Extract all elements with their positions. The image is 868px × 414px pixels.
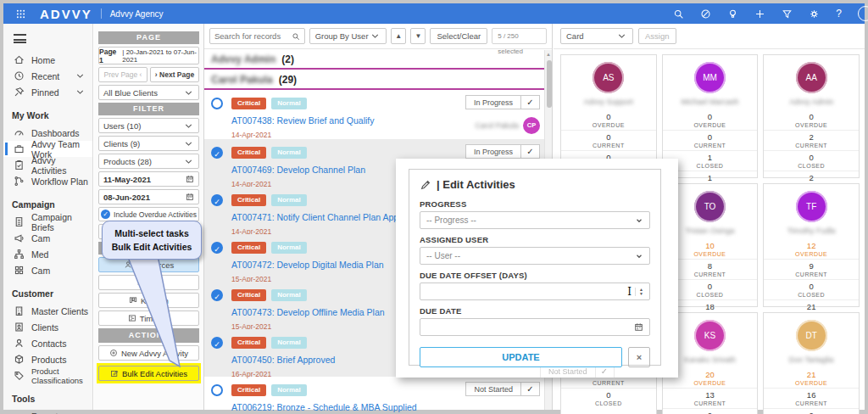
tags-icon [14,370,25,381]
type-badge-normal: Normal [271,147,307,159]
clipboard-icon [14,159,25,171]
sidebar-item-advvy-activities[interactable]: Advvy Activities [3,157,92,173]
task-checkbox-checked[interactable]: ✓ [211,194,223,206]
complete-check-button[interactable]: ✓ [521,95,540,109]
user-card[interactable]: AA Advvy Admin 0OVERDUE 2CURRENT 0CLOSED… [763,54,860,178]
task-checkbox-checked[interactable]: ✓ [211,289,223,301]
assigned-user-select[interactable]: -- User -- [420,247,650,265]
calendar-icon [186,193,194,201]
status-button[interactable]: Not Started [465,382,521,396]
sidebar-item-product-classifications[interactable]: Product Classifications [3,367,92,383]
assigned-user-label: ASSIGNED USER [420,235,650,244]
task-checkbox-checked[interactable]: ✓ [211,242,223,254]
prev-page-button[interactable]: Prev Page ‹ [98,67,147,82]
complete-check-button[interactable]: ✓ [521,382,540,396]
group-header[interactable]: Carol Pakula (29) [204,70,552,90]
speed-dial-icon[interactable] [700,8,711,20]
sidebar-item-reports[interactable]: Reports [3,408,92,414]
task-row[interactable]: Critical Normal AT007438: Review Brief a… [204,90,552,139]
filter-icon[interactable] [782,8,793,20]
next-page-button[interactable]: › Next Page [150,67,199,82]
status-button[interactable]: In Progress [465,144,521,159]
scrollbar-thumb[interactable] [547,60,552,108]
type-badge-normal: Normal [271,289,307,301]
sidebar-item-campaign-briefs[interactable]: Campaign Briefs [3,214,92,230]
task-toolbar: Group By User ▲ ▼ Select/Clear 5 / 250 s… [204,24,552,49]
update-button[interactable]: UPDATE [420,347,622,367]
add-icon[interactable] [754,8,765,20]
task-checkbox[interactable] [211,384,223,396]
sidebar-item-media[interactable]: Med [3,246,92,262]
search-icon[interactable] [292,32,300,41]
sidebar-item-workflow-plan[interactable]: Workflow Plan [3,173,92,189]
task-title-link[interactable]: AT006219: Bronze - Schedule & MBA Suppli… [231,402,547,412]
date-to-input[interactable]: 08-Jun-2021 [98,189,199,204]
complete-check-button[interactable]: ✓ [521,144,540,159]
chevron-down-icon [616,31,627,42]
clock-icon [14,70,25,81]
modal-close-button[interactable]: × [628,347,650,367]
users-filter-select[interactable]: Users (10) [98,118,199,133]
callout-line-2: Bulk Edit Activities [106,240,198,254]
select-clear-button[interactable]: Select/Clear [430,28,487,44]
priority-badge-critical: Critical [231,194,266,206]
lightbulb-icon[interactable] [727,8,738,20]
client-scope-select[interactable]: All Blue Clients [98,85,199,100]
assignee-avatar[interactable]: CP [523,117,540,134]
clients-filter-select[interactable]: Clients (9) [98,136,199,151]
task-checkbox-checked[interactable]: ✓ [211,147,223,159]
collapse-groups-button[interactable]: ▲ [391,28,406,44]
priority-badge-critical: Critical [231,337,266,349]
gauge-icon [14,127,25,138]
sidebar-item-campaigns[interactable]: Cam [3,230,92,246]
search-icon[interactable] [673,8,684,20]
hamburger-menu-icon[interactable] [14,34,26,43]
megaphone-icon [14,232,25,243]
sidebar-item-home[interactable]: Home [3,52,92,68]
date-from-input[interactable]: 11-May-2021 [98,171,199,187]
chevron-down-icon [183,156,194,167]
due-date-input[interactable] [420,318,650,336]
sidebar-item-master-clients[interactable]: Master Clients [3,303,92,319]
number-spinner[interactable]: ▲▼ [635,288,643,296]
due-date-offset-input[interactable]: I ▲▼ [420,283,650,300]
filter-section-header: FILTER [98,103,199,115]
card-view-select[interactable]: Card [560,28,633,44]
assign-button[interactable]: Assign [638,28,676,44]
sidebar-item-pinned[interactable]: Pinned [3,84,92,100]
user-card-avatar: KS [694,320,726,351]
user-avatar[interactable] [858,6,868,21]
due-date-label: DUE DATE [420,306,650,316]
task-checkbox[interactable] [211,98,223,109]
help-icon[interactable]: ? [836,8,842,20]
user-card-name: Timothy Fudla [764,227,859,236]
user-card[interactable]: DT Don Tartaglia 21OVERDUE 16CURRENT 0CL… [763,312,860,414]
user-card[interactable]: TF Timothy Fudla 12OVERDUE 9CURRENT 0CLO… [763,183,860,307]
home-icon [14,54,25,65]
include-overdue-toggle[interactable]: ✓ Include Overdue Activities [98,207,199,221]
task-checkbox-checked[interactable]: ✓ [211,337,223,349]
expand-groups-button[interactable]: ▼ [410,28,426,44]
sidebar-item-contacts[interactable]: Contacts [3,335,92,351]
sidebar-item-products[interactable]: Products [3,351,92,367]
chevron-down-icon [370,31,381,42]
briefcase-icon [14,143,25,154]
priority-badge-critical: Critical [231,289,266,301]
group-by-select[interactable]: Group By User [309,28,387,44]
task-row[interactable]: Critical Normal AT006219: Bronze - Sched… [204,377,552,414]
due-date-offset-label: DUE DATE OFFSET (DAYS) [420,271,650,280]
sidebar-item-recent[interactable]: Recent [3,68,92,84]
type-badge-normal: Normal [271,98,307,109]
chevron-down-icon [183,120,194,131]
user-card-name: Advvy Admin [764,98,859,107]
progress-select[interactable]: -- Progress -- [420,211,650,229]
sidebar-item-clients[interactable]: Clients [3,319,92,335]
search-input[interactable] [214,31,292,41]
app-launcher-icon[interactable] [15,8,26,20]
sidebar-item-campaign-types[interactable]: Cam [3,262,92,278]
products-filter-select[interactable]: Products (28) [98,154,199,169]
user-card-avatar: TF [796,191,827,222]
settings-icon[interactable] [809,8,820,20]
scroll-up-arrow[interactable]: ▲ [545,50,552,57]
status-button[interactable]: In Progress [465,95,521,109]
